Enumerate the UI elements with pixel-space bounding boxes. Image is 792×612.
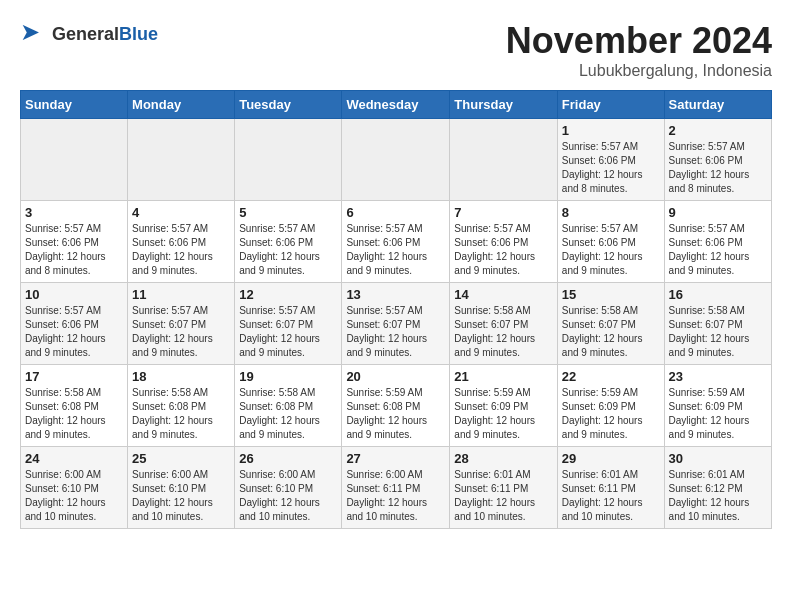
calendar-day-cell: 3Sunrise: 5:57 AM Sunset: 6:06 PM Daylig…: [21, 201, 128, 283]
calendar-day-cell: 22Sunrise: 5:59 AM Sunset: 6:09 PM Dayli…: [557, 365, 664, 447]
day-number: 30: [669, 451, 767, 466]
day-info: Sunrise: 6:00 AM Sunset: 6:10 PM Dayligh…: [132, 468, 230, 524]
day-number: 3: [25, 205, 123, 220]
calendar-day-cell: [450, 119, 557, 201]
day-info: Sunrise: 6:01 AM Sunset: 6:11 PM Dayligh…: [562, 468, 660, 524]
calendar-day-cell: 7Sunrise: 5:57 AM Sunset: 6:06 PM Daylig…: [450, 201, 557, 283]
calendar-day-cell: 2Sunrise: 5:57 AM Sunset: 6:06 PM Daylig…: [664, 119, 771, 201]
calendar-day-cell: 27Sunrise: 6:00 AM Sunset: 6:11 PM Dayli…: [342, 447, 450, 529]
day-info: Sunrise: 5:57 AM Sunset: 6:06 PM Dayligh…: [669, 222, 767, 278]
calendar-day-cell: [128, 119, 235, 201]
day-info: Sunrise: 5:58 AM Sunset: 6:08 PM Dayligh…: [239, 386, 337, 442]
day-number: 2: [669, 123, 767, 138]
calendar-day-cell: 6Sunrise: 5:57 AM Sunset: 6:06 PM Daylig…: [342, 201, 450, 283]
calendar-day-cell: 4Sunrise: 5:57 AM Sunset: 6:06 PM Daylig…: [128, 201, 235, 283]
day-number: 10: [25, 287, 123, 302]
day-info: Sunrise: 5:58 AM Sunset: 6:07 PM Dayligh…: [669, 304, 767, 360]
calendar-day-cell: [342, 119, 450, 201]
logo-blue-text: Blue: [119, 24, 158, 44]
weekday-header: Sunday: [21, 91, 128, 119]
day-number: 4: [132, 205, 230, 220]
day-info: Sunrise: 6:00 AM Sunset: 6:10 PM Dayligh…: [239, 468, 337, 524]
day-info: Sunrise: 5:57 AM Sunset: 6:06 PM Dayligh…: [25, 222, 123, 278]
day-number: 5: [239, 205, 337, 220]
day-number: 8: [562, 205, 660, 220]
weekday-header: Saturday: [664, 91, 771, 119]
weekday-header: Monday: [128, 91, 235, 119]
day-info: Sunrise: 6:00 AM Sunset: 6:10 PM Dayligh…: [25, 468, 123, 524]
calendar-week-row: 1Sunrise: 5:57 AM Sunset: 6:06 PM Daylig…: [21, 119, 772, 201]
calendar-day-cell: 21Sunrise: 5:59 AM Sunset: 6:09 PM Dayli…: [450, 365, 557, 447]
day-number: 15: [562, 287, 660, 302]
calendar-day-cell: 15Sunrise: 5:58 AM Sunset: 6:07 PM Dayli…: [557, 283, 664, 365]
calendar-day-cell: 30Sunrise: 6:01 AM Sunset: 6:12 PM Dayli…: [664, 447, 771, 529]
day-info: Sunrise: 5:57 AM Sunset: 6:06 PM Dayligh…: [669, 140, 767, 196]
day-info: Sunrise: 5:57 AM Sunset: 6:06 PM Dayligh…: [25, 304, 123, 360]
day-number: 20: [346, 369, 445, 384]
day-number: 9: [669, 205, 767, 220]
day-number: 12: [239, 287, 337, 302]
svg-text:➤: ➤: [20, 20, 40, 45]
day-info: Sunrise: 5:59 AM Sunset: 6:09 PM Dayligh…: [454, 386, 552, 442]
day-info: Sunrise: 5:57 AM Sunset: 6:06 PM Dayligh…: [239, 222, 337, 278]
calendar-day-cell: 25Sunrise: 6:00 AM Sunset: 6:10 PM Dayli…: [128, 447, 235, 529]
calendar-day-cell: 29Sunrise: 6:01 AM Sunset: 6:11 PM Dayli…: [557, 447, 664, 529]
day-number: 29: [562, 451, 660, 466]
calendar-day-cell: 28Sunrise: 6:01 AM Sunset: 6:11 PM Dayli…: [450, 447, 557, 529]
day-info: Sunrise: 6:01 AM Sunset: 6:11 PM Dayligh…: [454, 468, 552, 524]
day-info: Sunrise: 6:01 AM Sunset: 6:12 PM Dayligh…: [669, 468, 767, 524]
day-number: 21: [454, 369, 552, 384]
weekday-header: Thursday: [450, 91, 557, 119]
calendar-day-cell: 14Sunrise: 5:58 AM Sunset: 6:07 PM Dayli…: [450, 283, 557, 365]
calendar-day-cell: 13Sunrise: 5:57 AM Sunset: 6:07 PM Dayli…: [342, 283, 450, 365]
calendar-day-cell: 1Sunrise: 5:57 AM Sunset: 6:06 PM Daylig…: [557, 119, 664, 201]
calendar-week-row: 3Sunrise: 5:57 AM Sunset: 6:06 PM Daylig…: [21, 201, 772, 283]
calendar-day-cell: 16Sunrise: 5:58 AM Sunset: 6:07 PM Dayli…: [664, 283, 771, 365]
calendar-day-cell: 20Sunrise: 5:59 AM Sunset: 6:08 PM Dayli…: [342, 365, 450, 447]
day-info: Sunrise: 6:00 AM Sunset: 6:11 PM Dayligh…: [346, 468, 445, 524]
day-number: 27: [346, 451, 445, 466]
calendar-day-cell: 26Sunrise: 6:00 AM Sunset: 6:10 PM Dayli…: [235, 447, 342, 529]
day-number: 16: [669, 287, 767, 302]
day-info: Sunrise: 5:58 AM Sunset: 6:08 PM Dayligh…: [132, 386, 230, 442]
location-title: Lubukbergalung, Indonesia: [506, 62, 772, 80]
logo-general-text: General: [52, 24, 119, 44]
title-area: November 2024 Lubukbergalung, Indonesia: [506, 20, 772, 80]
month-title: November 2024: [506, 20, 772, 62]
day-info: Sunrise: 5:58 AM Sunset: 6:07 PM Dayligh…: [454, 304, 552, 360]
weekday-header: Tuesday: [235, 91, 342, 119]
calendar-day-cell: 18Sunrise: 5:58 AM Sunset: 6:08 PM Dayli…: [128, 365, 235, 447]
day-info: Sunrise: 5:57 AM Sunset: 6:06 PM Dayligh…: [562, 140, 660, 196]
calendar-week-row: 24Sunrise: 6:00 AM Sunset: 6:10 PM Dayli…: [21, 447, 772, 529]
calendar-day-cell: 8Sunrise: 5:57 AM Sunset: 6:06 PM Daylig…: [557, 201, 664, 283]
day-number: 7: [454, 205, 552, 220]
calendar-table: SundayMondayTuesdayWednesdayThursdayFrid…: [20, 90, 772, 529]
day-number: 13: [346, 287, 445, 302]
calendar-body: 1Sunrise: 5:57 AM Sunset: 6:06 PM Daylig…: [21, 119, 772, 529]
calendar-day-cell: [235, 119, 342, 201]
day-number: 1: [562, 123, 660, 138]
day-number: 19: [239, 369, 337, 384]
day-info: Sunrise: 5:59 AM Sunset: 6:09 PM Dayligh…: [562, 386, 660, 442]
day-number: 14: [454, 287, 552, 302]
day-number: 18: [132, 369, 230, 384]
calendar-day-cell: [21, 119, 128, 201]
calendar-day-cell: 19Sunrise: 5:58 AM Sunset: 6:08 PM Dayli…: [235, 365, 342, 447]
calendar-day-cell: 10Sunrise: 5:57 AM Sunset: 6:06 PM Dayli…: [21, 283, 128, 365]
day-number: 6: [346, 205, 445, 220]
calendar-day-cell: 23Sunrise: 5:59 AM Sunset: 6:09 PM Dayli…: [664, 365, 771, 447]
calendar-day-cell: 9Sunrise: 5:57 AM Sunset: 6:06 PM Daylig…: [664, 201, 771, 283]
calendar-day-cell: 5Sunrise: 5:57 AM Sunset: 6:06 PM Daylig…: [235, 201, 342, 283]
calendar-day-cell: 17Sunrise: 5:58 AM Sunset: 6:08 PM Dayli…: [21, 365, 128, 447]
day-info: Sunrise: 5:57 AM Sunset: 6:07 PM Dayligh…: [346, 304, 445, 360]
day-number: 26: [239, 451, 337, 466]
calendar-header: SundayMondayTuesdayWednesdayThursdayFrid…: [21, 91, 772, 119]
day-info: Sunrise: 5:58 AM Sunset: 6:07 PM Dayligh…: [562, 304, 660, 360]
day-info: Sunrise: 5:57 AM Sunset: 6:06 PM Dayligh…: [454, 222, 552, 278]
day-info: Sunrise: 5:59 AM Sunset: 6:08 PM Dayligh…: [346, 386, 445, 442]
weekday-row: SundayMondayTuesdayWednesdayThursdayFrid…: [21, 91, 772, 119]
day-info: Sunrise: 5:57 AM Sunset: 6:07 PM Dayligh…: [132, 304, 230, 360]
calendar-week-row: 10Sunrise: 5:57 AM Sunset: 6:06 PM Dayli…: [21, 283, 772, 365]
day-info: Sunrise: 5:57 AM Sunset: 6:07 PM Dayligh…: [239, 304, 337, 360]
day-info: Sunrise: 5:57 AM Sunset: 6:06 PM Dayligh…: [562, 222, 660, 278]
